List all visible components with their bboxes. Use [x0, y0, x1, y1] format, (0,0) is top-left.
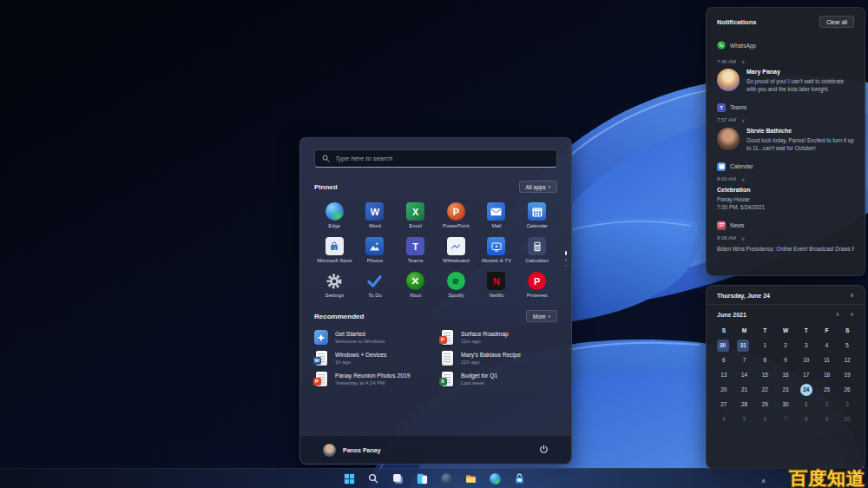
page-dot[interactable]: [565, 265, 568, 267]
chevron-down-icon[interactable]: ∨: [741, 235, 745, 241]
pinned-app-calculator[interactable]: Calculator: [516, 234, 557, 265]
notification-card[interactable]: CelebrationPanay House7:00 PM, 6/24/2021: [717, 187, 854, 212]
calendar-day[interactable]: 23: [775, 382, 796, 397]
calendar-day[interactable]: 31: [734, 338, 753, 353]
pinned-app-label: Mail: [491, 223, 501, 228]
calendar-day[interactable]: 1: [796, 397, 817, 412]
calendar-day[interactable]: 28: [734, 397, 755, 412]
pinned-app-settings[interactable]: Settings: [314, 269, 355, 300]
tray-chevron-icon[interactable]: ∧: [761, 478, 766, 484]
calendar-day[interactable]: 3: [796, 338, 817, 353]
calendar-day[interactable]: 5: [734, 412, 755, 426]
calendar-day[interactable]: 7: [775, 412, 796, 426]
calendar-day[interactable]: 2: [775, 338, 796, 353]
clear-all-button[interactable]: Clear all: [819, 16, 854, 28]
edge-icon: [326, 201, 344, 221]
calendar-day[interactable]: 21: [734, 382, 755, 397]
recommended-item-mary-s-baklava-recipe[interactable]: Mary's Baklava Recipe12h ago: [440, 351, 557, 366]
pinned-app-photos[interactable]: Photos: [355, 234, 396, 265]
calendar-day[interactable]: 5: [837, 338, 858, 353]
calendar-day[interactable]: 13: [713, 367, 734, 382]
recommended-item-budget-for-q1[interactable]: XBudget for Q1Last week: [440, 372, 557, 386]
page-dot[interactable]: [565, 251, 568, 255]
calendar-day[interactable]: 25: [817, 382, 838, 397]
recommended-item-windows-devices[interactable]: WWindows + Devices1h ago: [314, 351, 431, 366]
page-dot[interactable]: [565, 259, 568, 261]
calendar-day[interactable]: 7: [734, 353, 755, 367]
pinned-app-teams[interactable]: TTeams: [395, 234, 436, 265]
chevron-down-icon[interactable]: ∨: [741, 58, 745, 64]
chevron-down-icon[interactable]: ∨: [741, 176, 745, 182]
notification-card[interactable]: Stevie BathicheGood luck today, Panos! E…: [717, 128, 854, 153]
taskbar-tray: ∧: [761, 471, 766, 486]
calendar-day[interactable]: 15: [754, 367, 775, 382]
calendar-day[interactable]: 22: [754, 382, 775, 397]
calendar-day-selected[interactable]: 24: [796, 382, 817, 397]
taskbar-edge-button[interactable]: [488, 472, 503, 486]
pinned-app-edge[interactable]: Edge: [314, 200, 355, 230]
pinned-app-powerpoint[interactable]: PPowerPoint: [436, 200, 477, 230]
calendar-day[interactable]: 6: [754, 412, 775, 426]
recommended-item-panay-reunion-photos-2019[interactable]: PPanay Reunion Photos 2019Yesterday at 4…: [314, 372, 431, 386]
power-button[interactable]: [539, 442, 549, 458]
recommended-item-get-started[interactable]: Get StartedWelcome to Windows: [314, 330, 431, 345]
pinned-page-dots[interactable]: [565, 251, 568, 267]
taskbar-file-explorer-button[interactable]: [464, 472, 478, 486]
pinned-app-xbox[interactable]: Xbox: [395, 269, 436, 300]
search-input[interactable]: Type here to search: [314, 149, 557, 168]
taskbar-teams-chat-button[interactable]: [439, 472, 454, 486]
calendar-collapse-icon[interactable]: ∨: [850, 292, 854, 299]
notification-card[interactable]: Mary PanaySo proud of you! I can't wait …: [717, 69, 854, 94]
calendar-day[interactable]: 9: [817, 412, 838, 426]
pinned-app-microsoft-store[interactable]: Microsoft Store: [314, 234, 355, 265]
pinned-app-netflix[interactable]: NNetflix: [477, 269, 517, 300]
pinned-app-mail[interactable]: Mail: [477, 200, 517, 230]
calendar-day[interactable]: 19: [837, 367, 858, 382]
calendar-day[interactable]: 1: [754, 338, 775, 353]
calendar-day[interactable]: 12: [837, 353, 858, 367]
pinned-app-word[interactable]: WWord: [355, 200, 396, 230]
calendar-day[interactable]: 17: [796, 367, 817, 382]
more-button[interactable]: More ›: [526, 310, 557, 322]
calendar-day[interactable]: 6: [713, 353, 734, 367]
pinned-app-whiteboard[interactable]: Whiteboard: [436, 234, 477, 265]
calendar-day[interactable]: 27: [713, 397, 734, 412]
calendar-month-label[interactable]: June 2021: [717, 312, 746, 318]
calendar-day[interactable]: 20: [713, 382, 734, 397]
calendar-day[interactable]: 18: [817, 367, 838, 382]
all-apps-button[interactable]: All apps ›: [519, 181, 557, 193]
taskbar-search-button[interactable]: [366, 472, 381, 486]
calendar-day[interactable]: 8: [754, 353, 775, 367]
recommended-item-surface-roadmap[interactable]: PSurface Roadmap11m ago: [440, 330, 557, 345]
pinned-app-movies-tv[interactable]: Movies & TV: [477, 234, 517, 265]
taskbar-store-button[interactable]: [512, 472, 527, 486]
calendar-day[interactable]: 9: [775, 353, 796, 367]
calendar-day[interactable]: 4: [817, 338, 838, 353]
calendar-next-icon[interactable]: ∨: [850, 311, 854, 318]
calendar-day[interactable]: 3: [837, 397, 858, 412]
calendar-day[interactable]: 30: [775, 397, 796, 412]
calendar-day[interactable]: 14: [734, 367, 755, 382]
calendar-day[interactable]: 2: [817, 397, 838, 412]
user-profile-button[interactable]: Panos Panay: [323, 444, 381, 457]
news-headline[interactable]: Biden Wins Presidency: Online Event Broa…: [717, 246, 854, 252]
calendar-day[interactable]: 4: [713, 412, 734, 426]
calendar-day[interactable]: 16: [775, 367, 796, 382]
calendar-day[interactable]: 29: [754, 397, 775, 412]
calendar-day[interactable]: 30: [713, 338, 732, 353]
calendar-day[interactable]: 8: [796, 412, 817, 426]
pinned-app-excel[interactable]: XExcel: [395, 200, 436, 230]
taskbar-widgets-button[interactable]: [415, 472, 430, 486]
pinned-app-to-do[interactable]: To Do: [355, 269, 396, 300]
calendar-day[interactable]: 10: [837, 412, 858, 426]
chevron-down-icon[interactable]: ∨: [741, 117, 745, 123]
pinned-app-calendar[interactable]: Calendar: [516, 200, 557, 230]
calendar-day[interactable]: 26: [837, 382, 858, 397]
calendar-prev-icon[interactable]: ∧: [835, 311, 839, 318]
calendar-day[interactable]: 10: [796, 353, 817, 367]
calendar-day[interactable]: 11: [817, 353, 838, 367]
pinned-app-spotify[interactable]: Spotify: [436, 269, 477, 300]
taskbar-start-button[interactable]: [342, 472, 357, 486]
taskbar-task-view-button[interactable]: [391, 472, 405, 486]
pinned-app-pinterest[interactable]: PPinterest: [516, 269, 557, 300]
